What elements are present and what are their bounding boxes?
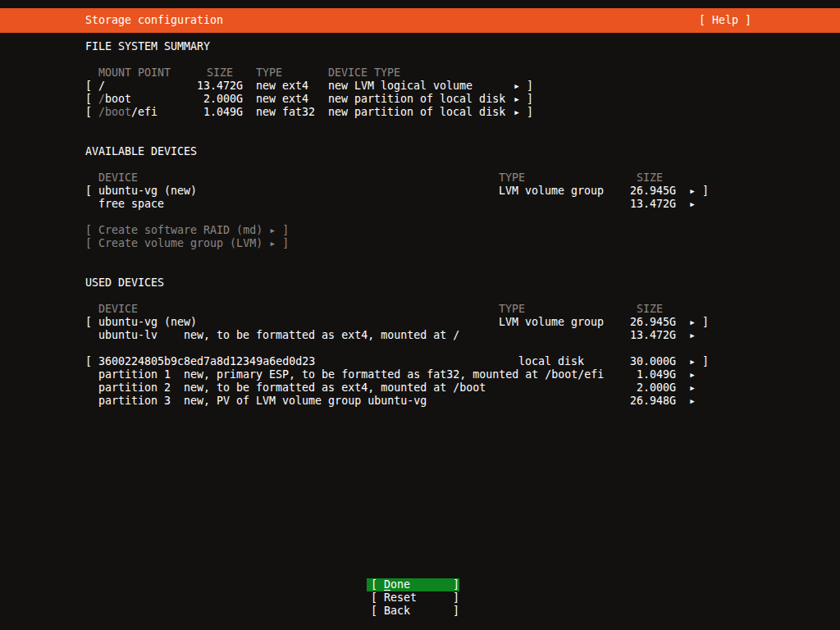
right-bracket: ] xyxy=(702,316,709,329)
device-name: ubuntu-vg (new) xyxy=(98,316,197,329)
fs-row-root[interactable]: [ / 13.472G new ext4 new LVM logical vol… xyxy=(0,80,840,93)
col-type: TYPE xyxy=(499,303,525,316)
partition-detail: new, to be formatted as ext4, mounted at… xyxy=(184,381,486,395)
fs-summary-title: FILE SYSTEM SUMMARY xyxy=(0,40,840,53)
left-bracket: [ xyxy=(371,591,377,605)
device-detail: new, to be formatted as ext4, mounted at… xyxy=(184,329,459,342)
create-software-raid-button[interactable]: [ Create software RAID (md) ▸ ] xyxy=(0,224,840,237)
size-value: 30.000G xyxy=(623,355,676,368)
col-device: DEVICE xyxy=(98,171,138,185)
done-button[interactable]: [ Done ] xyxy=(0,578,840,591)
used-row-partition-1[interactable]: partition 1 new, primary ESP, to be form… xyxy=(0,368,840,381)
col-device-type: DEVICE TYPE xyxy=(328,66,400,80)
col-device: DEVICE xyxy=(98,303,138,316)
device-type: LVM volume group xyxy=(499,316,604,329)
left-bracket: [ xyxy=(85,316,92,329)
available-devices-title: AVAILABLE DEVICES xyxy=(0,145,840,158)
reset-button-label: Reset xyxy=(384,591,417,605)
device-type: new partition of local disk xyxy=(328,93,505,106)
expand-arrow-icon: ▸ xyxy=(689,355,696,368)
left-bracket: [ xyxy=(85,80,92,93)
create-volume-group-button[interactable]: [ Create volume group (LVM) ▸ ] xyxy=(0,237,840,250)
header-bar: Storage configuration [ Help ] xyxy=(0,8,840,33)
fs-summary-header: MOUNT POINT SIZE TYPE DEVICE TYPE xyxy=(0,66,840,80)
partition-detail: new, PV of LVM volume group ubuntu-vg xyxy=(184,395,427,408)
used-row-ubuntu-vg[interactable]: [ ubuntu-vg (new) LVM volume group 26.94… xyxy=(0,316,840,329)
fs-row-boot-efi[interactable]: [ /boot/efi 1.049G new fat32 new partiti… xyxy=(0,106,840,119)
size-value: 26.945G xyxy=(623,316,676,329)
right-bracket: ] xyxy=(527,80,533,93)
device-name: ubuntu-lv xyxy=(98,329,158,342)
device-name: free space xyxy=(98,198,164,211)
page-title: Storage configuration xyxy=(85,14,223,27)
used-devices-header: DEVICE TYPE SIZE xyxy=(0,303,840,316)
col-type: TYPE xyxy=(256,66,282,80)
fs-type: new fat32 xyxy=(256,106,315,119)
col-size: SIZE xyxy=(190,66,233,80)
size-value: 2.000G xyxy=(623,381,676,395)
done-button-label: Done xyxy=(384,578,410,591)
right-bracket: ] xyxy=(702,185,709,198)
right-bracket: ] xyxy=(527,106,533,119)
fs-type: new ext4 xyxy=(256,80,308,93)
used-row-ubuntu-lv[interactable]: ubuntu-lv new, to be formatted as ext4, … xyxy=(0,329,840,342)
device-type: new LVM logical volume xyxy=(328,80,472,93)
used-row-partition-2[interactable]: partition 2 new, to be formatted as ext4… xyxy=(0,381,840,395)
available-row-ubuntu-vg[interactable]: [ ubuntu-vg (new) LVM volume group 26.94… xyxy=(0,185,840,198)
expand-arrow-icon: ▸ xyxy=(689,185,696,198)
back-button-label: Back xyxy=(384,605,410,618)
partition-name: partition 3 xyxy=(98,395,171,408)
size-value: 1.049G xyxy=(623,368,676,381)
expand-arrow-icon: ▸ xyxy=(689,368,696,381)
expand-arrow-icon: ▸ xyxy=(689,329,696,342)
device-type: local disk xyxy=(518,355,584,368)
partition-detail: new, primary ESP, to be formatted as fat… xyxy=(184,368,604,381)
size-value: 1.049G xyxy=(190,106,243,119)
size-value: 26.945G xyxy=(623,185,676,198)
expand-arrow-icon: ▸ xyxy=(689,198,696,211)
col-size: SIZE xyxy=(637,171,663,185)
fs-row-boot[interactable]: [ /boot 2.000G new ext4 new partition of… xyxy=(0,93,840,106)
col-size: SIZE xyxy=(637,303,663,316)
mount-point: / xyxy=(98,80,105,93)
expand-arrow-icon: ▸ xyxy=(514,93,520,106)
disk-id: 3600224805b9c8ed7a8d12349a6ed0d23 xyxy=(98,355,315,368)
right-bracket: ] xyxy=(453,591,459,605)
back-button[interactable]: [ Back ] xyxy=(0,605,840,618)
used-row-local-disk[interactable]: [ 3600224805b9c8ed7a8d12349a6ed0d23 loca… xyxy=(0,355,840,368)
right-bracket: ] xyxy=(527,93,533,106)
available-row-free-space[interactable]: free space 13.472G ▸ xyxy=(0,198,840,211)
expand-arrow-icon: ▸ xyxy=(514,80,520,93)
expand-arrow-icon: ▸ xyxy=(689,316,696,329)
right-bracket: ] xyxy=(453,578,459,591)
left-bracket: [ xyxy=(371,605,377,618)
device-name: ubuntu-vg (new) xyxy=(98,185,197,198)
col-type: TYPE xyxy=(499,171,525,185)
help-button[interactable]: [ Help ] xyxy=(699,14,751,27)
partition-name: partition 1 xyxy=(98,368,171,381)
col-mount-point: MOUNT POINT xyxy=(98,66,171,80)
mount-point: /boot/efi xyxy=(98,106,158,119)
right-bracket: ] xyxy=(702,355,709,368)
available-devices-header: DEVICE TYPE SIZE xyxy=(0,171,840,185)
size-value: 26.948G xyxy=(623,395,676,408)
size-value: 13.472G xyxy=(623,198,676,211)
fs-type: new ext4 xyxy=(256,93,308,106)
left-bracket: [ xyxy=(85,93,92,106)
left-bracket: [ xyxy=(85,185,92,198)
used-row-partition-3[interactable]: partition 3 new, PV of LVM volume group … xyxy=(0,395,840,408)
size-value: 13.472G xyxy=(190,80,243,93)
size-value: 2.000G xyxy=(190,93,243,106)
reset-button[interactable]: [ Reset ] xyxy=(0,591,840,605)
device-type: LVM volume group xyxy=(499,185,604,198)
left-bracket: [ xyxy=(85,355,92,368)
expand-arrow-icon: ▸ xyxy=(689,381,696,395)
expand-arrow-icon: ▸ xyxy=(514,106,520,119)
partition-name: partition 2 xyxy=(98,381,171,395)
right-bracket: ] xyxy=(453,605,459,618)
expand-arrow-icon: ▸ xyxy=(689,395,696,408)
mount-point: /boot xyxy=(98,93,131,106)
used-devices-title: USED DEVICES xyxy=(0,276,840,290)
device-type: new partition of local disk xyxy=(328,106,505,119)
size-value: 13.472G xyxy=(623,329,676,342)
